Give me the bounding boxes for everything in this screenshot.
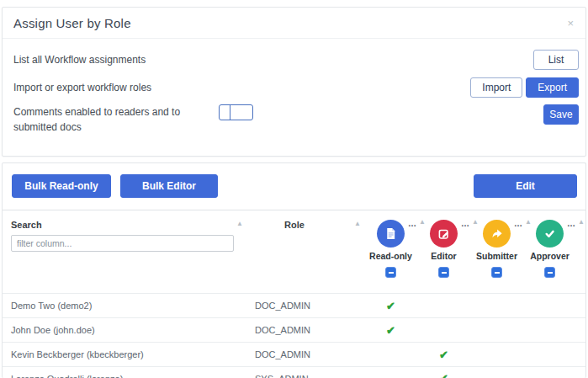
modal-body: List all Workflow assignments List Impor… (3, 39, 585, 135)
editor-column-header: … ▲ Editor (417, 220, 470, 278)
bulk-readonly-button[interactable]: Bulk Read-only (12, 174, 111, 198)
approver-select-all-checkbox[interactable] (544, 267, 555, 278)
role-table-panel: Bulk Read-only Bulk Editor Edit Search ▲… (2, 162, 586, 378)
check-icon (543, 226, 557, 241)
assignments-table: Search ▲ Role ▲ (3, 210, 585, 378)
user-role: DOC_ADMIN (255, 301, 364, 311)
editor-column-label: Editor (431, 251, 456, 261)
approver-icon[interactable] (536, 220, 564, 248)
readonly-column-header: … ▲ Read-only (364, 220, 417, 278)
import-export-buttons: Import Export (470, 77, 579, 98)
submitter-icon[interactable] (483, 220, 511, 248)
save-button[interactable]: Save (543, 104, 579, 125)
editor-check[interactable]: ✔ (417, 372, 470, 378)
user-name: Lorenzo Quadrelli (lorenzo) (3, 374, 255, 378)
table-header-row: Search ▲ Role ▲ (3, 210, 585, 285)
sort-arrow-icon[interactable]: ▲ (525, 218, 532, 226)
editor-select-all-checkbox[interactable] (438, 267, 449, 278)
role-header-label: Role (284, 220, 305, 230)
sort-arrow-icon[interactable]: ▲ (236, 220, 243, 227)
table-row[interactable]: Lorenzo Quadrelli (lorenzo) SYS_ADMIN ✔ (3, 366, 585, 378)
import-export-row: Import or export workflow roles Import E… (13, 77, 579, 98)
import-button[interactable]: Import (470, 77, 522, 98)
user-name: John Doe (john.doe) (3, 325, 255, 335)
modal-title: Assign User by Role (13, 16, 131, 30)
sort-arrow-icon[interactable]: ▲ (354, 220, 361, 227)
submitter-select-all-checkbox[interactable] (491, 267, 502, 278)
forward-arrow-icon (490, 226, 504, 241)
search-column-header: Search ▲ (3, 220, 255, 278)
user-role: SYS_ADMIN (255, 374, 364, 378)
approver-column-label: Approver (530, 251, 569, 261)
list-assignments-label: List all Workflow assignments (13, 52, 146, 67)
ellipsis-icon[interactable]: … (514, 219, 523, 228)
readonly-column-label: Read-only (369, 251, 412, 261)
export-button[interactable]: Export (526, 77, 579, 98)
user-role: DOC_ADMIN (255, 349, 364, 359)
editor-check[interactable]: ✔ (417, 349, 470, 361)
readonly-select-all-checkbox[interactable] (385, 267, 396, 278)
table-row[interactable]: Kevin Beckberger (kbeckberger) DOC_ADMIN… (3, 342, 585, 366)
ellipsis-icon[interactable]: … (408, 219, 417, 228)
role-column-header: Role ▲ (255, 220, 364, 278)
editor-icon[interactable] (430, 220, 458, 248)
readonly-check[interactable]: ✔ (364, 324, 417, 337)
comments-toggle[interactable] (219, 104, 253, 120)
bulk-editor-button[interactable]: Bulk Editor (120, 174, 218, 198)
table-row[interactable]: John Doe (john.doe) DOC_ADMIN ✔ (3, 317, 585, 342)
edit-icon (437, 226, 451, 241)
user-role: DOC_ADMIN (255, 325, 364, 335)
approver-column-header: … ▲ Approver (523, 220, 576, 278)
list-assignments-row: List all Workflow assignments List (13, 49, 579, 71)
comments-row: Comments enabled to readers and to submi… (13, 104, 579, 135)
submitter-column-header: … ▲ Submitter (470, 220, 523, 278)
ellipsis-icon[interactable]: … (567, 219, 576, 228)
ellipsis-icon[interactable]: … (461, 219, 470, 228)
readonly-check[interactable]: ✔ (364, 300, 417, 312)
user-name: Kevin Beckberger (kbeckberger) (3, 349, 255, 359)
edit-button[interactable]: Edit (474, 174, 577, 198)
comments-label: Comments enabled to readers and to submi… (13, 104, 209, 135)
sort-arrow-icon[interactable]: ▲ (472, 218, 479, 226)
readonly-icon[interactable] (377, 220, 405, 248)
table-body: Demo Two (demo2) DOC_ADMIN ✔ John Doe (j… (3, 293, 585, 378)
sort-arrow-icon[interactable]: ▲ (578, 218, 585, 226)
user-name: Demo Two (demo2) (3, 301, 255, 311)
document-icon (384, 226, 398, 241)
toggle-knob-icon (220, 105, 230, 120)
assign-user-modal: Assign User by Role × List all Workflow … (2, 7, 586, 157)
bulk-toolbar: Bulk Read-only Bulk Editor Edit (3, 163, 585, 205)
table-row[interactable]: Demo Two (demo2) DOC_ADMIN ✔ (3, 293, 585, 317)
search-header-label: Search (11, 220, 42, 230)
close-icon[interactable]: × (567, 18, 574, 29)
filter-column-input[interactable] (11, 235, 234, 252)
modal-header: Assign User by Role × (3, 8, 585, 39)
import-export-label: Import or export workflow roles (13, 80, 151, 95)
submitter-column-label: Submitter (476, 251, 517, 261)
list-button[interactable]: List (533, 50, 579, 70)
sort-arrow-icon[interactable]: ▲ (419, 218, 426, 226)
